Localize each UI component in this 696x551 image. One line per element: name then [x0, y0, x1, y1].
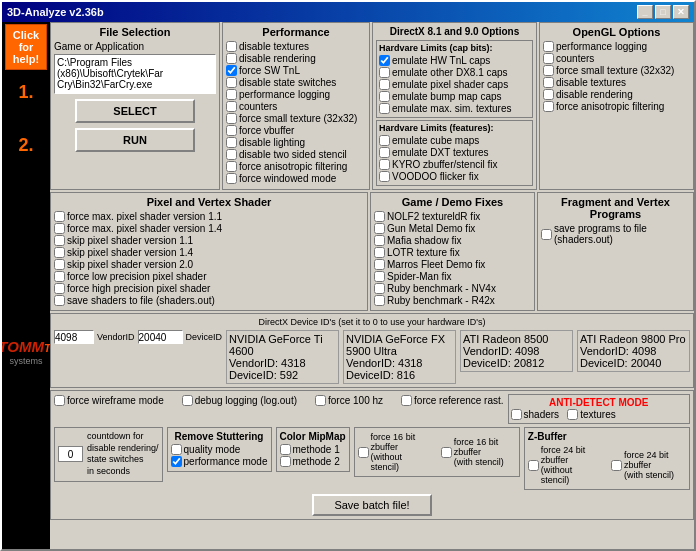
force16-stencil: force 16 bit zbuffer(with stencil)	[441, 432, 516, 472]
force16-no-stencil-cb[interactable]	[358, 447, 369, 458]
perf-counters: counters	[226, 101, 366, 112]
perf-aniso-label: force anisotropic filtering	[239, 161, 347, 172]
methode2-cb[interactable]	[280, 456, 291, 467]
anti-shaders-cb[interactable]	[511, 409, 522, 420]
ps-max-11-cb[interactable]	[54, 211, 65, 222]
gl-perf-logging-cb[interactable]	[543, 41, 554, 52]
dx-emulate-bump-cb[interactable]	[379, 91, 390, 102]
nvidia-5900-name: NVIDIA GeForce FX 5900 Ultra	[346, 333, 453, 357]
perf-force-sw-tnl-cb[interactable]	[226, 65, 237, 76]
perf-aniso: force anisotropic filtering	[226, 161, 366, 172]
perf-disable-textures-cb[interactable]	[226, 41, 237, 52]
perf-vbuffer-label: force vbuffer	[239, 125, 294, 136]
ps-save-shaders-cb[interactable]	[54, 295, 65, 306]
debug-logging-cb[interactable]	[182, 395, 193, 406]
countdown-input[interactable]	[58, 446, 83, 462]
close-button[interactable]: ✕	[673, 5, 689, 19]
perf-disable-rendering-cb[interactable]	[226, 53, 237, 64]
frag-save-programs-cb[interactable]	[541, 229, 552, 240]
gf-mafia-cb[interactable]	[374, 235, 385, 246]
dx-emulate-max-sim-label: emulate max. sim. textures	[392, 103, 511, 114]
ps-max-14: force max. pixel shader version 1.4	[54, 223, 364, 234]
force16-stencil-cb[interactable]	[441, 447, 452, 458]
perf-small-tex: force small texture (32x32)	[226, 113, 366, 124]
perf-windowed-cb[interactable]	[226, 173, 237, 184]
perf-counters-cb[interactable]	[226, 101, 237, 112]
hw-dxt-label: emulate DXT textures	[392, 147, 489, 158]
gf-gun-metal-cb[interactable]	[374, 223, 385, 234]
hw-cube-maps-cb[interactable]	[379, 135, 390, 146]
dx-emulate-other-cb[interactable]	[379, 67, 390, 78]
performance-title: Performance	[226, 26, 366, 38]
logo: TOMMTI systems	[2, 339, 54, 366]
force-100hz-cb[interactable]	[315, 395, 326, 406]
anti-textures-cb[interactable]	[567, 409, 578, 420]
main-content: Clickforhelp! 1. 2. TOMMTI systems File …	[2, 22, 694, 549]
force24-stencil-cb[interactable]	[611, 460, 622, 471]
title-bar: 3D-Analyze v2.36b _ □ ✕	[2, 2, 694, 22]
hw-kyro-cb[interactable]	[379, 159, 390, 170]
force24-no-stencil-cb[interactable]	[528, 460, 539, 471]
gf-lotr-label: LOTR texture fix	[387, 247, 460, 258]
ps-force-high-cb[interactable]	[54, 283, 65, 294]
gf-ruby-nv4x-cb[interactable]	[374, 283, 385, 294]
gf-ruby-r42x-cb[interactable]	[374, 295, 385, 306]
dx-emulate-hw-tnl-cb[interactable]	[379, 55, 390, 66]
force24-stencil-label: force 24 bit zbuffer(with stencil)	[624, 450, 686, 480]
gl-small-tex-cb[interactable]	[543, 65, 554, 76]
perf-aniso-cb[interactable]	[226, 161, 237, 172]
performance-mode-cb[interactable]	[171, 456, 182, 467]
ps-skip-14-cb[interactable]	[54, 247, 65, 258]
ps-skip-11-cb[interactable]	[54, 235, 65, 246]
gf-marros-cb[interactable]	[374, 259, 385, 270]
perf-disable-state-cb[interactable]	[226, 77, 237, 88]
hw-dxt: emulate DXT textures	[379, 147, 530, 158]
dx-emulate-max-sim-cb[interactable]	[379, 103, 390, 114]
ps-max-14-cb[interactable]	[54, 223, 65, 234]
perf-two-sided-cb[interactable]	[226, 149, 237, 160]
bottom-misc-section: force wireframe mode debug logging (log.…	[50, 390, 694, 520]
force-wireframe-cb[interactable]	[54, 395, 65, 406]
hw-voodoo-cb[interactable]	[379, 171, 390, 182]
gf-nolf2-cb[interactable]	[374, 211, 385, 222]
perf-disable-rendering: disable rendering	[226, 53, 366, 64]
gl-disable-tex-cb[interactable]	[543, 77, 554, 88]
perf-lighting-cb[interactable]	[226, 137, 237, 148]
gf-ruby-r42x: Ruby benchmark - R42x	[374, 295, 531, 306]
gf-spiderman: Spider-Man fix	[374, 271, 531, 282]
device-ids-header: DirectX Device ID's (set it to 0 to use …	[54, 317, 690, 327]
select-button[interactable]: SELECT	[75, 99, 195, 123]
ps-skip-20-cb[interactable]	[54, 259, 65, 270]
help-button[interactable]: Clickforhelp!	[5, 24, 47, 70]
methode1-cb[interactable]	[280, 444, 291, 455]
vendor-id-input[interactable]	[54, 330, 94, 344]
run-button[interactable]: RUN	[75, 128, 195, 152]
gl-counters: counters	[543, 53, 690, 64]
hw-kyro: KYRO zbuffer/stencil fix	[379, 159, 530, 170]
device-id-input[interactable]	[138, 330, 183, 344]
perf-vbuffer-cb[interactable]	[226, 125, 237, 136]
perf-perf-logging-cb[interactable]	[226, 89, 237, 100]
save-batch-button[interactable]: Save batch file!	[312, 494, 431, 516]
gl-disable-render: disable rendering	[543, 89, 690, 100]
gf-spiderman-cb[interactable]	[374, 271, 385, 282]
perf-small-tex-cb[interactable]	[226, 113, 237, 124]
force-100hz-label: force 100 hz	[328, 395, 383, 406]
methode2: methode 2	[280, 456, 346, 467]
minimize-button[interactable]: _	[637, 5, 653, 19]
gl-aniso-cb[interactable]	[543, 101, 554, 112]
hw-dxt-cb[interactable]	[379, 147, 390, 158]
force16-stencil-label: force 16 bit zbuffer(with stencil)	[454, 437, 516, 467]
gf-lotr-cb[interactable]	[374, 247, 385, 258]
ps-force-low-cb[interactable]	[54, 271, 65, 282]
gl-counters-cb[interactable]	[543, 53, 554, 64]
step2-label: 2.	[18, 135, 33, 156]
logo-sub: systems	[2, 356, 54, 366]
dx-emulate-pixel-cb[interactable]	[379, 79, 390, 90]
gl-disable-render-cb[interactable]	[543, 89, 554, 100]
ps-skip-11-label: skip pixel shader version 1.1	[67, 235, 193, 246]
dx-emulate-other-label: emulate other DX8.1 caps	[392, 67, 508, 78]
quality-mode-cb[interactable]	[171, 444, 182, 455]
force-reference-cb[interactable]	[401, 395, 412, 406]
maximize-button[interactable]: □	[655, 5, 671, 19]
